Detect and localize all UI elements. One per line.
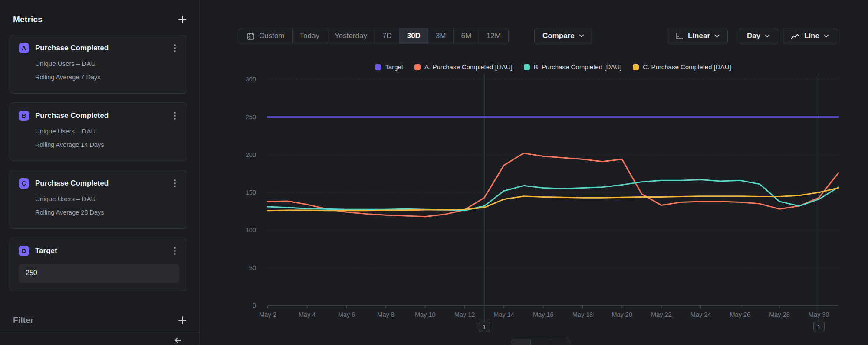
metric-title: Purchase Completed xyxy=(35,179,171,188)
legend-swatch xyxy=(524,64,530,70)
y-axis-label: 250 xyxy=(246,114,256,120)
range-option-label: 7D xyxy=(382,32,392,40)
y-axis-label: 100 xyxy=(246,227,256,234)
collapse-sidebar-button[interactable] xyxy=(172,335,182,345)
chart-view-button[interactable] xyxy=(511,339,531,345)
legend-item[interactable]: Target xyxy=(375,63,403,71)
x-axis-label: May 30 xyxy=(809,311,829,318)
kebab-dot xyxy=(174,112,176,114)
annotation-badge[interactable]: 1 xyxy=(479,322,490,332)
metric-card-c[interactable]: CPurchase CompletedUnique Users – DAURol… xyxy=(10,170,187,229)
compare-button[interactable]: Compare xyxy=(534,28,592,44)
range-group: CustomTodayYesterday7D30D3M6M12M xyxy=(239,28,509,44)
kebab-dot xyxy=(174,247,176,249)
target-card-header: DTarget xyxy=(19,245,178,257)
kebab-dot xyxy=(174,115,176,117)
x-axis-label: May 8 xyxy=(377,311,395,318)
range-option-custom[interactable]: Custom xyxy=(239,28,293,44)
x-axis-label: May 6 xyxy=(338,311,355,318)
range-option-12m[interactable]: 12M xyxy=(479,28,508,44)
metric-card-list: APurchase CompletedUnique Users – DAURol… xyxy=(0,35,199,291)
interval-dropdown-button[interactable]: Day xyxy=(739,28,778,44)
annotation-badge[interactable]: 1 xyxy=(813,322,825,332)
metric-measurement: Unique Users – DAU xyxy=(35,195,178,202)
x-axis-label: May 4 xyxy=(299,311,316,318)
chevron-down-icon xyxy=(765,34,770,38)
legend-swatch xyxy=(414,64,421,70)
kebab-dot xyxy=(174,182,176,184)
chevron-down-icon xyxy=(579,34,584,38)
metric-menu-button[interactable] xyxy=(171,178,178,189)
calendar-icon xyxy=(247,32,255,40)
sidebar: Metrics APurchase CompletedUnique Users … xyxy=(0,0,200,345)
target-value-input[interactable] xyxy=(19,264,179,283)
range-option-6m[interactable]: 6M xyxy=(454,28,479,44)
metric-card-a[interactable]: APurchase CompletedUnique Users – DAURol… xyxy=(10,35,187,94)
collapse-left-icon xyxy=(172,335,182,345)
legend-label: C. Purchase Completed [DAU] xyxy=(643,63,731,71)
metric-menu-button[interactable] xyxy=(171,42,178,54)
metrics-section-header: Metrics xyxy=(13,15,187,24)
x-axis-label: May 12 xyxy=(454,311,475,318)
y-axis-label: 0 xyxy=(253,302,256,309)
add-filter-button[interactable] xyxy=(178,316,187,325)
chart-legend: TargetA. Purchase Completed [DAU]B. Purc… xyxy=(268,63,838,71)
plus-icon xyxy=(178,15,187,24)
target-title: Target xyxy=(35,247,171,255)
legend-item[interactable]: A. Purchase Completed [DAU] xyxy=(414,63,513,71)
scale-dropdown-button[interactable]: Linear xyxy=(667,28,728,44)
kebab-dot xyxy=(174,50,176,52)
range-option-30d[interactable]: 30D xyxy=(400,28,428,44)
metric-title: Purchase Completed xyxy=(35,111,171,120)
kebab-dot xyxy=(174,47,176,49)
chevron-down-icon xyxy=(714,34,720,38)
range-option-7d[interactable]: 7D xyxy=(375,28,400,44)
sidebar-footer-divider xyxy=(0,332,199,332)
range-option-today[interactable]: Today xyxy=(293,28,327,44)
metric-badge: A xyxy=(19,43,29,53)
target-card[interactable]: DTarget xyxy=(10,238,187,291)
metric-rolling-window: Rolling Average 28 Days xyxy=(35,209,178,216)
plus-icon xyxy=(178,316,187,325)
compare-label: Compare xyxy=(542,32,575,40)
kebab-dot xyxy=(174,118,176,120)
add-metric-button[interactable] xyxy=(178,15,187,24)
interval-label: Day xyxy=(747,32,760,40)
x-axis-label: May 28 xyxy=(769,311,790,318)
range-option-label: 30D xyxy=(407,32,421,40)
metric-badge: B xyxy=(19,111,29,121)
table-view-button[interactable] xyxy=(531,339,550,345)
legend-label: Target xyxy=(385,63,403,71)
kebab-dot xyxy=(174,44,176,46)
kebab-dot xyxy=(174,253,176,255)
range-option-3m[interactable]: 3M xyxy=(428,28,454,44)
legend-item[interactable]: B. Purchase Completed [DAU] xyxy=(524,63,622,71)
x-axis-label: May 18 xyxy=(572,311,593,318)
y-axis-label: 50 xyxy=(249,264,256,271)
series-line-b xyxy=(268,179,838,210)
metric-menu-button[interactable] xyxy=(171,110,178,121)
y-axis-label: 300 xyxy=(246,76,256,83)
chart-type-dropdown-button[interactable]: Line xyxy=(783,28,837,44)
series-line-a xyxy=(268,153,838,217)
range-option-label: Custom xyxy=(259,32,285,40)
range-option-label: Today xyxy=(300,32,319,40)
legend-label: B. Purchase Completed [DAU] xyxy=(534,63,622,71)
x-axis-label: May 26 xyxy=(730,311,750,318)
metric-rolling-window: Rolling Average 7 Days xyxy=(35,74,178,81)
metric-card-header: CPurchase Completed xyxy=(19,178,178,189)
legend-item[interactable]: C. Purchase Completed [DAU] xyxy=(633,63,731,71)
range-option-label: 6M xyxy=(461,32,471,40)
x-axis-label: May 16 xyxy=(533,311,554,318)
range-option-label: Yesterday xyxy=(335,32,367,40)
legend-swatch xyxy=(633,64,639,70)
metric-title: Purchase Completed xyxy=(35,44,171,52)
kebab-dot xyxy=(174,250,176,252)
target-menu-button[interactable] xyxy=(171,245,178,257)
range-option-yesterday[interactable]: Yesterday xyxy=(327,28,375,44)
x-axis-label: May 22 xyxy=(651,311,672,318)
metric-card-b[interactable]: BPurchase CompletedUnique Users – DAURol… xyxy=(10,102,187,161)
x-axis-label: May 10 xyxy=(415,311,436,318)
line-chart-icon xyxy=(791,33,800,39)
notes-view-button[interactable] xyxy=(550,339,570,345)
